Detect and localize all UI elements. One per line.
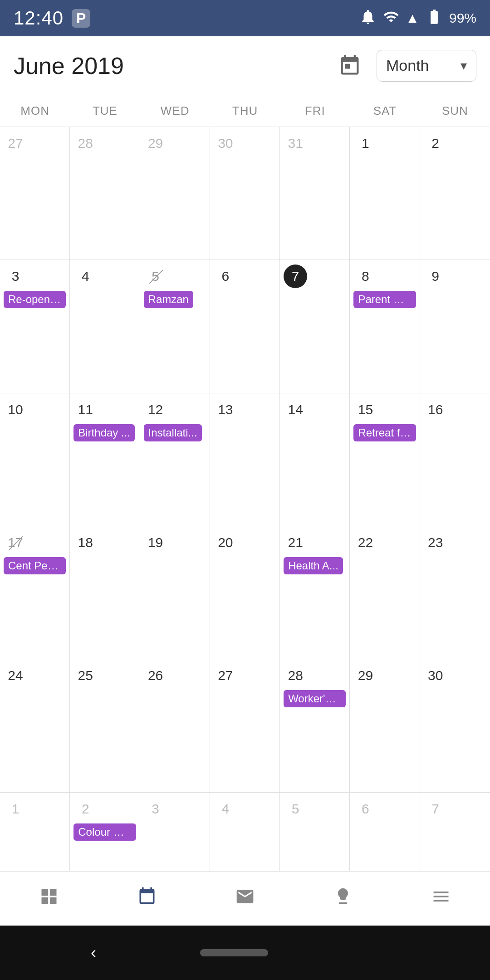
- event-badge[interactable]: Cent Perc...: [4, 557, 66, 574]
- event-badge[interactable]: Worker's ...: [284, 690, 346, 707]
- calendar-cell[interactable]: 12Installati...: [140, 393, 210, 526]
- day-header-fri: FRI: [280, 95, 350, 127]
- calendar-cell[interactable]: 29: [140, 127, 210, 260]
- day-number: 27: [214, 664, 237, 687]
- day-headers: MONTUEWEDTHUFRISATSUN: [0, 95, 490, 127]
- home-pill[interactable]: [200, 949, 268, 956]
- dropdown-arrow-icon: ▾: [461, 58, 467, 73]
- view-mode-dropdown[interactable]: Month ▾: [377, 50, 476, 82]
- calendar-cell[interactable]: 11Birthday ...: [70, 393, 140, 526]
- calendar-cell[interactable]: 28: [70, 127, 140, 260]
- status-left: 12:40 P: [14, 7, 90, 29]
- day-number: 5: [144, 265, 167, 288]
- calendar-cell[interactable]: 6: [210, 260, 280, 392]
- day-number: 4: [214, 797, 237, 821]
- day-number: 10: [4, 398, 27, 421]
- event-badge[interactable]: Retreat fo...: [353, 424, 416, 441]
- calendar-cell[interactable]: 22: [350, 526, 420, 659]
- event-badge[interactable]: Parent Or...: [353, 291, 416, 308]
- calendar-cell[interactable]: 15Retreat fo...: [350, 393, 420, 526]
- day-number: 30: [424, 664, 447, 687]
- event-badge[interactable]: Health A...: [284, 557, 343, 574]
- calendar-cell[interactable]: 2: [420, 127, 490, 260]
- event-badge[interactable]: Re-openi...: [4, 291, 66, 308]
- calendar-cell[interactable]: 25: [70, 659, 140, 792]
- day-number: 23: [424, 531, 447, 554]
- day-number: 25: [74, 664, 97, 687]
- calendar-cell[interactable]: 31: [280, 127, 350, 260]
- day-number: 11: [74, 398, 97, 421]
- calendar-cell[interactable]: 1: [350, 127, 420, 260]
- data-icon: [383, 9, 399, 28]
- day-number: 28: [284, 664, 307, 687]
- menu-icon: [431, 887, 451, 911]
- calendar-cell[interactable]: 24: [0, 659, 70, 792]
- day-number: 20: [214, 531, 237, 554]
- calendar-cell[interactable]: 23: [420, 526, 490, 659]
- nav-item-menu[interactable]: [418, 887, 464, 911]
- day-number: 13: [214, 398, 237, 421]
- day-number: 19: [144, 531, 167, 554]
- status-parking-icon: P: [72, 9, 90, 28]
- day-number: 12: [144, 398, 167, 421]
- day-number: 29: [144, 132, 167, 155]
- event-badge[interactable]: Ramzan: [144, 291, 193, 308]
- day-number: 18: [74, 531, 97, 554]
- calendar-cell[interactable]: 9: [420, 260, 490, 392]
- day-header-wed: WED: [140, 95, 210, 127]
- event-badge[interactable]: Colour Da...: [74, 823, 136, 841]
- back-button[interactable]: ‹: [91, 943, 96, 962]
- event-badge[interactable]: Birthday ...: [74, 424, 135, 441]
- day-number: 2: [424, 132, 447, 155]
- calendar-cell[interactable]: 30: [420, 659, 490, 792]
- calendar-cell[interactable]: 19: [140, 526, 210, 659]
- calendar-cell[interactable]: 29: [350, 659, 420, 792]
- week-row-1: 3Re-openi...45Ramzan678Parent Or...9: [0, 260, 490, 393]
- nav-item-grid[interactable]: [26, 887, 72, 911]
- calendar-cell[interactable]: 4: [70, 260, 140, 392]
- day-number: 31: [284, 132, 307, 155]
- calendar-cell[interactable]: 3Re-openi...: [0, 260, 70, 392]
- calendar-cell[interactable]: 7: [280, 260, 350, 392]
- week-row-3: 17Cent Perc...18192021Health A...2223: [0, 526, 490, 659]
- calendar-cell[interactable]: 21Health A...: [280, 526, 350, 659]
- day-number: 4: [74, 265, 97, 288]
- nav-item-lamp[interactable]: [320, 887, 366, 911]
- header-controls: Month ▾: [334, 50, 476, 82]
- calendar-cell[interactable]: 20: [210, 526, 280, 659]
- day-number: 16: [424, 398, 447, 421]
- signal-icon: ▲: [406, 10, 419, 26]
- calendar-icon: [137, 887, 157, 911]
- calendar-cell[interactable]: 10: [0, 393, 70, 526]
- nav-item-calendar[interactable]: [124, 887, 170, 911]
- calendar-grid: 2728293031123Re-openi...45Ramzan678Paren…: [0, 127, 490, 926]
- day-number: 1: [4, 797, 27, 821]
- week-row-0: 272829303112: [0, 127, 490, 260]
- calendar-cell[interactable]: 17Cent Perc...: [0, 526, 70, 659]
- status-right: ▲ 99%: [359, 8, 476, 29]
- calendar-cell[interactable]: 28Worker's ...: [280, 659, 350, 792]
- alarm-icon: [359, 8, 377, 29]
- day-number: 26: [144, 664, 167, 687]
- calendar-cell[interactable]: 5Ramzan: [140, 260, 210, 392]
- nav-item-mail[interactable]: [222, 887, 268, 911]
- page-title: June 2019: [14, 52, 124, 79]
- day-number: 3: [144, 797, 167, 821]
- calendar-cell[interactable]: 26: [140, 659, 210, 792]
- day-number: 14: [284, 398, 307, 421]
- day-number: 7: [424, 797, 447, 821]
- day-number: 27: [4, 132, 27, 155]
- calendar-cell[interactable]: 18: [70, 526, 140, 659]
- day-number: 17: [4, 531, 27, 554]
- day-number: 1: [353, 132, 377, 155]
- calendar-cell[interactable]: 13: [210, 393, 280, 526]
- day-number: 8: [353, 265, 377, 288]
- calendar-cell[interactable]: 30: [210, 127, 280, 260]
- calendar-cell[interactable]: 16: [420, 393, 490, 526]
- calendar-today-button[interactable]: [334, 50, 366, 82]
- calendar-cell[interactable]: 14: [280, 393, 350, 526]
- event-badge[interactable]: Installati...: [144, 424, 202, 441]
- calendar-cell[interactable]: 27: [210, 659, 280, 792]
- calendar-cell[interactable]: 27: [0, 127, 70, 260]
- calendar-cell[interactable]: 8Parent Or...: [350, 260, 420, 392]
